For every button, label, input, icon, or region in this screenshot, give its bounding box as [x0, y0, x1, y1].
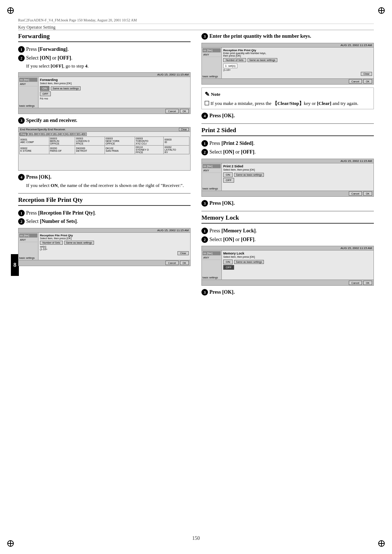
step-num-4a: 4 — [18, 174, 25, 180]
p2-footer: Cancel OK — [202, 191, 373, 196]
header-divider — [18, 30, 374, 30]
key-operator-label: Key Operator Setting — [18, 25, 56, 30]
rq-title: AUG 15, 2002 11:15 AM — [157, 229, 189, 232]
rq-content-title: Reception File Print Qty — [40, 234, 189, 237]
rq-titlebar: AUG 15, 2002 11:15 AM — [19, 228, 190, 233]
rq-num-btn[interactable]: Number of Sets — [40, 241, 63, 245]
er-tab-001b[interactable]: 001-160 — [40, 133, 51, 136]
qy-num-btn[interactable]: Number of Sets — [223, 58, 246, 62]
qy-body: ss [fax] ANY basic settings Reception Fi… — [202, 48, 373, 82]
ui1-same-btn[interactable]: Same as basic settings — [51, 86, 81, 90]
qy-title: AUG 15, 2002 11:15 AM — [340, 44, 372, 47]
forwarding-ui-screenshot: AUG 15, 2002 11:15 AM ss [fax] ANY basic… — [18, 72, 191, 114]
rq-left2: ANY — [19, 238, 37, 242]
qy-footer: Cancel OK — [202, 78, 373, 84]
reception-ui-screenshot: AUG 15, 2002 11:15 AM ss [fax] ANY basic… — [18, 228, 191, 266]
ml-title: AUG 15, 2002 11:15 AM — [340, 247, 372, 250]
er-tab-161[interactable]: 161-240 — [52, 133, 63, 136]
step-num-3b: 3 — [201, 33, 208, 40]
corner-mark-bl — [7, 540, 14, 547]
forwarding-title: Forwarding — [18, 33, 191, 42]
er-tab-001[interactable]: 001-300 — [28, 133, 39, 136]
page-number: 150 — [192, 535, 200, 541]
ui1-cancel-btn[interactable]: Cancel — [166, 109, 179, 113]
note-icon: ✎ — [205, 90, 209, 99]
ml-same-btn[interactable]: Same as basic settings — [234, 260, 264, 264]
ui1-body: ss [fax] ANY basic settings Forwarding S… — [19, 77, 190, 111]
ml-off-btn[interactable]: OFF — [223, 265, 234, 270]
ui1-right-panel: Forwarding Select item, then press [OK] … — [38, 77, 190, 111]
note-label: Note — [211, 91, 220, 98]
ml-titlebar: AUG 15, 2002 11:15 AM — [202, 246, 373, 250]
qy-clear-btn[interactable]: Clear — [361, 72, 372, 76]
step-num-2: 2 — [18, 55, 25, 61]
step4-right-text: Press [OK]. — [209, 112, 235, 119]
ml-cancel-btn[interactable]: Cancel — [349, 281, 362, 285]
ml-content-title: Memory Lock — [223, 252, 372, 255]
p2-left1: ss [fax] — [203, 164, 221, 168]
p2-content-title: Print 2 Sided — [223, 164, 372, 168]
book-ref: RusC2FaxADEN-F_V4_FM.book Page 150 Monda… — [18, 18, 137, 22]
ui1-left-panel: ss [fax] ANY basic settings — [19, 77, 38, 111]
chapter-number: 8 — [11, 254, 19, 276]
ui1-ok-btn[interactable]: OK — [180, 109, 189, 113]
forwarding-step1-text: Press [Forwarding]. — [26, 46, 69, 53]
rq-left-panel: ss [fax] ANY basic settings — [19, 233, 38, 264]
er-tab-freq[interactable]: Freq — [19, 133, 27, 136]
p2-step3-text: Press [OK]. — [209, 200, 235, 207]
p2-btn-row1: ON Same as basic settings — [223, 172, 372, 177]
qy-clear-row: Clear — [223, 72, 372, 76]
p2-off-btn[interactable]: OFF — [223, 178, 234, 183]
section-divider-2 — [201, 123, 374, 124]
step-num-1: 1 — [18, 46, 25, 53]
er-clear-btn[interactable]: Clear — [179, 128, 189, 131]
ml-ok-btn[interactable]: OK — [363, 281, 372, 285]
rq-btn-row: Number of Sets Same as basic settings — [40, 241, 189, 245]
step4-right: 4 Press [OK]. — [201, 112, 374, 119]
note-text: If you make a mistake, press the 【Clear/… — [211, 100, 358, 107]
qy-cancel-btn[interactable]: Cancel — [349, 79, 362, 83]
p2-basic: basic settings — [203, 187, 218, 190]
forwarding-indent: If you select [OFF], go to step 4. — [26, 63, 191, 69]
print2-title: Print 2 Sided — [201, 127, 374, 136]
ml-step3-num: 3 — [201, 289, 208, 296]
p2-cancel-btn[interactable]: Cancel — [349, 191, 362, 196]
ml-body: ss [fax] ANY basic settings Memory Lock … — [202, 250, 373, 283]
note-title: ✎ Note — [205, 90, 371, 99]
p2-ok-btn[interactable]: OK — [363, 191, 372, 196]
qy-content-sub: Enter print quantity with Number keys,th… — [223, 52, 372, 57]
rq-right-panel: Reception File Print Qty Select item, th… — [38, 233, 190, 264]
p2-step3-num: 3 — [201, 200, 208, 207]
step-num-3a: 3 — [18, 117, 25, 124]
reception-step2-text: Select [Number of Sets]. — [26, 218, 78, 225]
ml-basic: basic settings — [203, 276, 218, 279]
ui1-footer: Cancel OK — [19, 108, 190, 114]
ui1-off-btn[interactable]: OFF — [40, 91, 51, 96]
ml-right-panel: Memory Lock Select item, then press [OK]… — [222, 250, 373, 283]
step-num-2b: 2 — [18, 218, 25, 225]
qty-step3: 3 Enter the print quantity with the numb… — [201, 33, 374, 40]
rq-body: ss [fax] ANY basic settings Reception Fi… — [19, 233, 190, 264]
er-tab-241[interactable]: 241-320 — [64, 133, 75, 136]
ml-left-panel: ss [fax] ANY basic settings — [202, 250, 222, 283]
rq-clear-btn[interactable]: Clear — [177, 251, 189, 255]
p2-on-btn[interactable]: ON — [223, 172, 233, 177]
qy-ok-btn[interactable]: OK — [363, 79, 372, 83]
ml-on-btn[interactable]: ON — [223, 260, 233, 264]
p2-same-btn[interactable]: Same as basic settings — [234, 173, 264, 177]
rq-ok-btn[interactable]: OK — [180, 261, 189, 265]
er-subtitle: Specify End Receiver. — [37, 128, 66, 131]
rq-same-btn[interactable]: Same as basic settings — [64, 241, 94, 245]
ui1-left-item1: ss [fax] — [19, 78, 37, 82]
rq-cancel-btn[interactable]: Cancel — [166, 261, 179, 265]
ml-btn-row2: OFF — [223, 265, 372, 270]
qy-left-panel: ss [fax] ANY basic settings — [202, 48, 222, 82]
qy-same-btn[interactable]: Same as basic settings — [248, 58, 277, 62]
corner-mark-tl — [7, 7, 14, 14]
ml-step2-text: Select [ON] or [OFF]. — [209, 236, 256, 243]
qy-val: 1 set(s) — [223, 64, 237, 68]
qy-basic: basic settings — [203, 75, 218, 78]
ui1-on-btn[interactable]: ON — [40, 86, 49, 91]
note-text-block: If you make a mistake, press the 【Clear/… — [205, 100, 371, 107]
er-tab-321[interactable]: 321-400 — [75, 133, 87, 136]
